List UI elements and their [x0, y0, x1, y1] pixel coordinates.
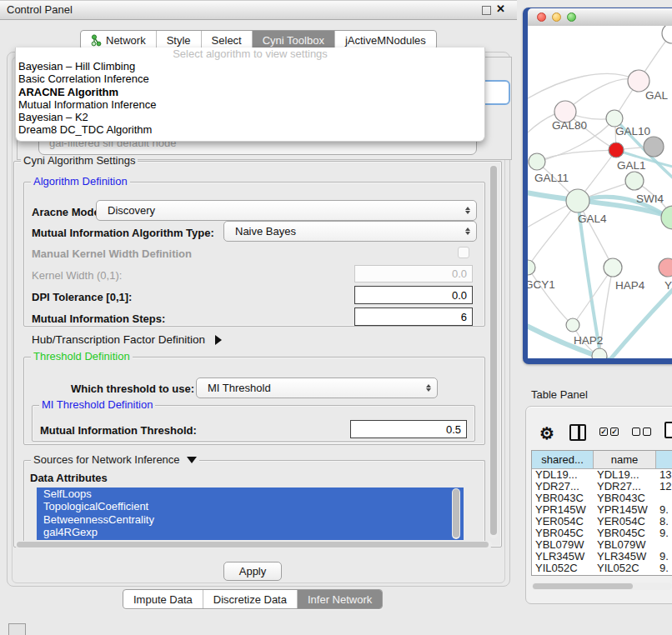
- algorithm-option[interactable]: ARACNE Algorithm: [16, 86, 484, 98]
- tab-jactivemnodules[interactable]: jActiveMNodules: [334, 31, 436, 49]
- mi-threshold-field[interactable]: 0.5: [350, 420, 467, 438]
- network-node-gal11[interactable]: [529, 153, 545, 170]
- table-cell: YBR045C: [532, 527, 594, 539]
- close-icon[interactable]: ✕: [496, 2, 505, 15]
- network-edge[interactable]: [565, 79, 639, 112]
- unchecked-boxes-icon[interactable]: [632, 428, 651, 436]
- column-header[interactable]: name: [594, 451, 656, 469]
- algorithm-option[interactable]: Bayesian – K2: [16, 111, 484, 123]
- node-label: HAP4: [615, 279, 645, 292]
- network-node-gcy1[interactable]: [528, 260, 535, 275]
- network-node-hap4[interactable]: [604, 258, 622, 277]
- settings-horizontal-scrollbar[interactable]: [15, 541, 492, 548]
- gear-icon[interactable]: ⚙: [539, 423, 554, 443]
- dropdown-prompt: Select algorithm to view settings: [16, 48, 484, 60]
- group-title: MI Threshold Definition: [39, 399, 155, 411]
- network-node[interactable]: [644, 137, 664, 157]
- table-row[interactable]: YBL079WYBL079W: [532, 538, 672, 550]
- column-header[interactable]: shared...: [532, 451, 594, 469]
- algorithm-option[interactable]: Mutual Information Inference: [16, 98, 484, 111]
- tab-cyni-toolbox[interactable]: Cyni Toolbox: [252, 31, 334, 49]
- table-row[interactable]: YIL052CYIL052C9.: [532, 562, 672, 573]
- algorithm-dropdown-list: Select algorithm to view settings Bayesi…: [15, 48, 485, 142]
- chevron-updown-icon: [426, 384, 431, 392]
- network-canvas[interactable]: GALGAL80GAL10GAL1SWI4GAL11GAL4GCY1HAP4YH…: [528, 26, 672, 358]
- apply-button[interactable]: Apply: [223, 562, 282, 581]
- table-cell: YBL079W: [594, 538, 656, 551]
- tab-label: Cyni Toolbox: [263, 34, 324, 47]
- table-cell: YBL079W: [532, 538, 594, 551]
- tab-infer-network[interactable]: Infer Network: [297, 590, 382, 608]
- mi-type-select[interactable]: Naive Bayes: [223, 221, 477, 242]
- tab-style[interactable]: Style: [156, 31, 201, 49]
- attributes-scrollbar[interactable]: [452, 488, 460, 539]
- network-node-y[interactable]: [659, 258, 672, 277]
- data-attributes-label: Data Attributes: [30, 472, 108, 484]
- group-title: Threshold Definition: [31, 351, 133, 362]
- table-cell: YDL19...: [532, 468, 594, 481]
- network-node-gal4[interactable]: [566, 189, 589, 212]
- algorithm-option[interactable]: Dream8 DC_TDC Algorithm: [16, 123, 484, 136]
- document-icon[interactable]: [664, 422, 672, 438]
- tab-discretize-data[interactable]: Discretize Data: [203, 590, 297, 608]
- table-row[interactable]: YBR043CYBR043C: [532, 492, 672, 504]
- table-horizontal-scrollbar[interactable]: [532, 582, 672, 590]
- attribute-item[interactable]: SelfLoops: [37, 488, 464, 500]
- algorithm-option[interactable]: Bayesian – Hill Climbing: [16, 60, 484, 72]
- attribute-item[interactable]: BetweennessCentrality: [37, 513, 464, 526]
- column-header[interactable]: A: [656, 451, 672, 469]
- sources-toggle[interactable]: Sources for Network Inference: [31, 454, 199, 466]
- network-edge[interactable]: [528, 268, 573, 325]
- network-node-swi4[interactable]: [625, 172, 644, 190]
- manual-kernel-label: Manual Kernel Width Definition: [32, 248, 192, 260]
- table-row[interactable]: YPR145WYPR145W9.: [532, 504, 672, 516]
- manual-kernel-checkbox[interactable]: [458, 247, 469, 258]
- table-cell: YBR043C: [594, 492, 656, 504]
- network-node-gal1[interactable]: [609, 142, 624, 158]
- network-node-hap2[interactable]: [566, 318, 579, 332]
- table-row[interactable]: YER054CYER054C8.: [532, 516, 672, 528]
- network-edge[interactable]: [537, 150, 616, 162]
- node-label: GAL: [645, 89, 669, 102]
- control-panel-title: Control Panel: [7, 3, 73, 16]
- tab-select[interactable]: Select: [201, 31, 252, 49]
- minimized-panel-icon[interactable]: [8, 623, 26, 635]
- dpi-tolerance-field[interactable]: 0.0: [354, 286, 473, 304]
- network-node[interactable]: [592, 348, 607, 358]
- node-table[interactable]: shared...nameA YDL19...YDL19...13YDR27..…: [531, 450, 672, 576]
- table-row[interactable]: YBR045CYBR045C9.: [532, 527, 672, 538]
- close-traffic-icon[interactable]: [537, 12, 546, 22]
- network-node-gal10[interactable]: [606, 110, 623, 127]
- table-row[interactable]: YLR345WYLR345W9.: [532, 550, 672, 562]
- hub-definition-toggle[interactable]: Hub/Transcription Factor Definition: [32, 333, 222, 346]
- group-title: Cyni Algorithm Settings: [21, 155, 138, 167]
- table-cell: 9.: [656, 527, 672, 539]
- checked-boxes-icon[interactable]: ✓✓: [599, 428, 619, 436]
- tab-network[interactable]: Network: [81, 31, 156, 49]
- network-node[interactable]: [662, 26, 672, 43]
- zoom-traffic-icon[interactable]: [567, 12, 576, 22]
- table-cell: YER054C: [594, 515, 656, 528]
- network-edge[interactable]: [528, 201, 578, 268]
- split-columns-icon[interactable]: [569, 424, 586, 441]
- table-cell: 13: [656, 468, 672, 481]
- network-node[interactable]: [661, 206, 672, 229]
- tab-impute-data[interactable]: Impute Data: [123, 590, 203, 608]
- node-label: GAL11: [534, 172, 569, 184]
- aracne-mode-select[interactable]: Discovery: [96, 200, 477, 221]
- table-row[interactable]: YDR27...YDR27...12: [532, 481, 672, 492]
- tab-label: Style: [167, 34, 191, 47]
- table-cell: YPR145W: [594, 503, 656, 516]
- minimize-traffic-icon[interactable]: [552, 12, 561, 22]
- attribute-item[interactable]: TopologicalCoefficient: [37, 500, 464, 512]
- float-panel-icon[interactable]: [482, 6, 491, 15]
- settings-vertical-scrollbar[interactable]: [489, 164, 498, 538]
- which-threshold-select[interactable]: MI Threshold: [196, 378, 438, 398]
- mi-steps-field[interactable]: 6: [354, 308, 473, 326]
- kernel-width-field[interactable]: 0.0: [354, 265, 473, 282]
- table-row[interactable]: YDL19...YDL19...13: [532, 469, 672, 481]
- algorithm-option[interactable]: Basic Correlation Inference: [16, 72, 484, 85]
- aracne-mode-label: Aracne Mode:: [32, 206, 103, 218]
- table-cell: 9.: [656, 550, 672, 562]
- attribute-item[interactable]: gal4RGexp: [37, 526, 464, 538]
